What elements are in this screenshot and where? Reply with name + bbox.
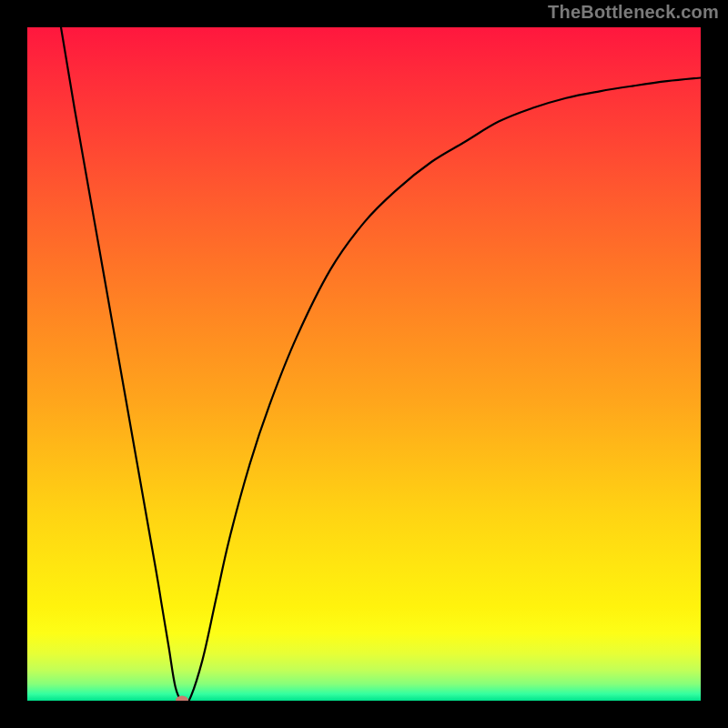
chart-frame: TheBottleneck.com [0,0,728,728]
watermark: TheBottleneck.com [548,2,719,23]
bottleneck-curve [61,27,701,701]
plot-area [27,27,701,701]
optimal-point-marker [176,696,188,702]
curve-layer [27,27,701,701]
